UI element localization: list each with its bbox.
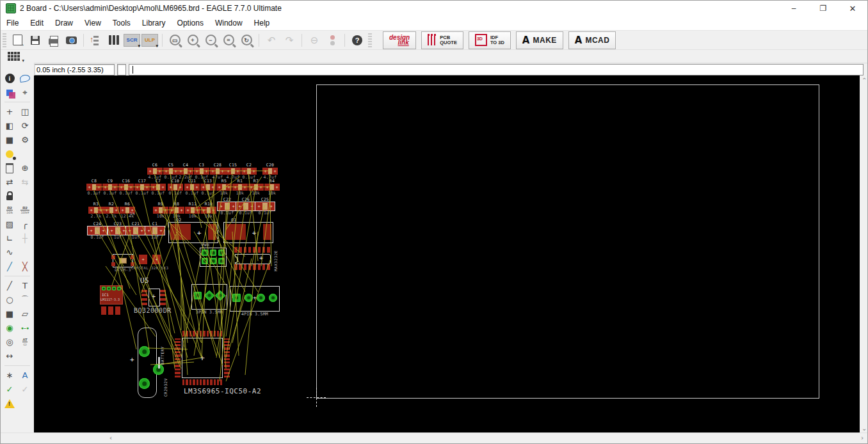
menu-item-tools[interactable]: Tools [107, 16, 136, 30]
zoom-redraw-icon[interactable]: ↻ [238, 32, 255, 49]
toolbar-grip[interactable] [3, 33, 6, 47]
component-DTSM-3[interactable]: DTSM-3 [113, 254, 133, 267]
polygon-icon[interactable]: ▱ [17, 307, 33, 321]
design-link-button[interactable]: designlink [383, 31, 416, 49]
show-icon[interactable] [17, 72, 33, 85]
component-R2[interactable]: ++R22.7k [104, 207, 119, 214]
component-3PIN 3.5MM[interactable]: 3PIN 3.5MM [191, 284, 227, 310]
component-C10[interactable]: ++C100.1uf [168, 184, 183, 191]
component-4PIN 3.5MM[interactable]: +4PIN 3.5MM [230, 286, 280, 312]
scroll-down-icon[interactable]: ⌄ [862, 425, 867, 432]
component-C2[interactable]: ++C20.1uf [241, 168, 257, 175]
component-C26[interactable]: ++C260.1uf [236, 202, 256, 211]
menu-item-library[interactable]: Library [136, 16, 172, 30]
vertical-scrollbar[interactable]: ⌃ ⌄ [860, 75, 867, 433]
mcad-button[interactable]: AMCAD [568, 31, 616, 49]
help-icon[interactable]: ? [349, 32, 366, 49]
menu-item-draw[interactable]: Draw [49, 16, 79, 30]
scroll-up-icon[interactable]: ⌃ [862, 77, 867, 84]
zoom-fit-icon[interactable]: ▭ [166, 32, 183, 49]
minimize-button[interactable]: – [779, 1, 808, 16]
close-button[interactable]: ✕ [838, 1, 867, 16]
menu-item-window[interactable]: Window [209, 16, 248, 30]
attribute-icon[interactable]: AT▭ [17, 335, 33, 349]
group-icon[interactable]: ■ [2, 133, 17, 147]
toolbar-grip2[interactable] [368, 33, 372, 47]
ulp-button[interactable]: ULP [141, 32, 158, 49]
component-C15[interactable]: ++C154.7uf [225, 168, 241, 175]
component-C1[interactable]: ++C11uf [145, 226, 165, 235]
print-icon[interactable] [45, 32, 61, 49]
component-U5[interactable]: + [141, 289, 166, 305]
component-R9[interactable]: ++R910k [153, 207, 168, 214]
move-icon[interactable]: + [2, 105, 17, 118]
display-layers-icon[interactable] [2, 86, 17, 99]
info-icon[interactable]: i [2, 72, 17, 85]
paint-icon[interactable] [2, 147, 17, 161]
menu-item-edit[interactable]: Edit [24, 16, 49, 30]
circle-icon[interactable]: ○ [2, 293, 17, 306]
miter-icon[interactable]: ╭ [17, 218, 33, 231]
maximize-button[interactable]: ❐ [808, 1, 838, 16]
horizontal-scrollbar[interactable]: ‹ › [1, 432, 867, 443]
component-C4[interactable]: ++C42.2uf [178, 168, 193, 175]
component-Q1[interactable]: +Q1 [223, 222, 273, 243]
drc-icon[interactable]: ✓ [2, 383, 17, 396]
component-Q2[interactable]: +Q2 [168, 222, 218, 243]
component-R8[interactable]: ++R810k [169, 207, 184, 214]
zoom-select-icon[interactable]: = [220, 32, 237, 49]
make-button[interactable]: AMAKE [516, 31, 563, 49]
component-C3[interactable]: ++C30.1uf [194, 168, 209, 175]
component-PWR[interactable] [200, 248, 227, 267]
component-R10[interactable]: ++R1010k [201, 207, 216, 214]
drop-icon[interactable] [88, 32, 104, 49]
component-R5[interactable]: ++R510k [216, 184, 232, 191]
component-C11[interactable]: ++C110.1uf [184, 184, 200, 191]
columns-icon[interactable] [106, 32, 122, 49]
component-C17[interactable]: ++C170.1uf [134, 184, 150, 191]
component-C22[interactable]: ++C220.1uf [217, 202, 237, 211]
component-R1[interactable]: ++R110k [232, 184, 248, 191]
mark-icon[interactable]: ⌖ [17, 86, 33, 99]
component-C24[interactable]: ++C240.1uf [87, 226, 108, 235]
component-R7[interactable]: ++R710k [248, 184, 264, 191]
component-BATTERY[interactable] [135, 328, 163, 398]
component-C5[interactable]: ++C50.1uf [163, 168, 179, 175]
script-button[interactable]: SCR [124, 32, 140, 49]
menu-item-options[interactable]: Options [172, 16, 209, 30]
component-MAX3232E[interactable]: + [234, 247, 271, 270]
command-input[interactable] [129, 64, 864, 75]
scroll-right-icon[interactable]: › [861, 434, 864, 441]
component-LM3S6965-IQC50-A2[interactable]: + [175, 331, 230, 385]
smash-icon[interactable]: ▨ [2, 218, 17, 231]
via-icon[interactable]: ◉ [2, 321, 17, 335]
zoom-out-icon[interactable]: − [202, 32, 219, 49]
route-icon[interactable]: ╱ [2, 260, 17, 273]
menu-item-file[interactable]: File [1, 16, 24, 30]
pinswap-icon[interactable]: ⇄ [2, 175, 17, 189]
text-icon[interactable]: T [17, 279, 33, 292]
component-C28[interactable]: ++C2847uf [210, 168, 225, 175]
name-icon[interactable]: R210k [2, 203, 17, 217]
unmiter-icon[interactable]: ∟ [2, 232, 17, 245]
image-export-icon[interactable] [63, 32, 79, 49]
meander-icon[interactable]: ∿ [2, 246, 17, 259]
rect-icon[interactable]: ■ [2, 307, 17, 321]
board-canvas[interactable]: ++C64.7uf++C50.1uf++C42.2uf++C30.1uf++C2… [34, 75, 860, 433]
component-C16[interactable]: ++C160.1uf [118, 184, 134, 191]
change-icon[interactable]: ⚙ [17, 133, 33, 147]
wire-icon[interactable]: ╱ [2, 279, 17, 292]
rotate-icon[interactable]: ⟳ [17, 119, 33, 132]
arc-icon[interactable]: ⌒ [17, 293, 33, 306]
warning-indicator-icon[interactable] [2, 397, 17, 410]
component-C8[interactable]: ++C80.1uf [86, 184, 102, 191]
component-R11[interactable]: ++R1110k [185, 207, 200, 214]
open-icon[interactable] [9, 32, 26, 49]
add-icon[interactable]: ⊕ [17, 161, 33, 175]
component-CRYSTAL_32K 5X3[interactable]: ++CRYSTAL_32K 5X3 [139, 255, 161, 264]
component-C21[interactable]: ++C211uf [125, 226, 146, 235]
component-R4[interactable]: ++R410k [264, 184, 280, 191]
scroll-left-icon[interactable]: ‹ [109, 434, 112, 441]
component-C9[interactable]: ++C90.1uf [102, 184, 118, 191]
lock-icon[interactable] [2, 189, 17, 203]
